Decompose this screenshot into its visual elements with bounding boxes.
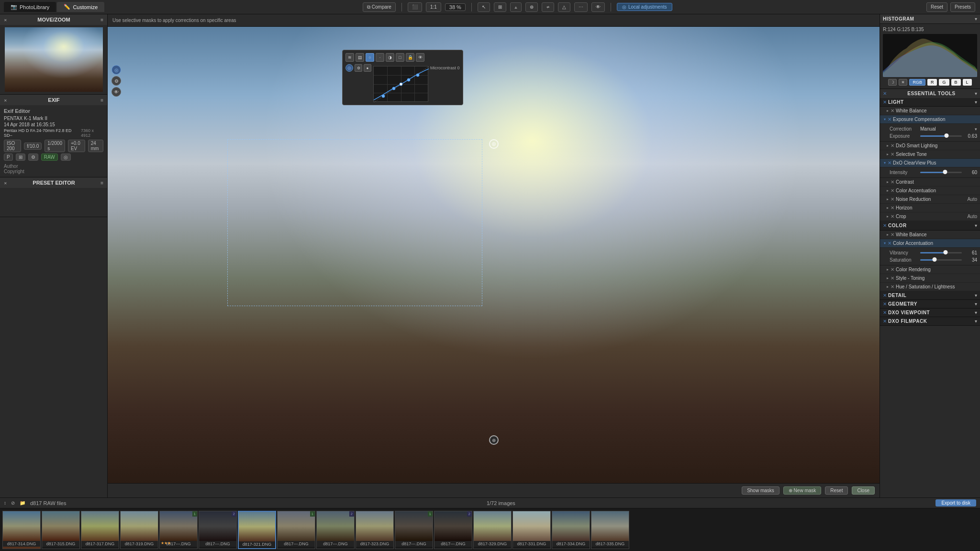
exposure-comp-header[interactable]: ▾ ✕ Exposure Compensation — [880, 115, 980, 124]
presets-button[interactable]: Presets — [950, 2, 975, 12]
perspective-tool[interactable]: ⟁ — [510, 2, 522, 12]
hist-l-btn[interactable]: L — [963, 79, 972, 86]
film-thumb-5[interactable]: d817---.DNG ★★★ 1 — [159, 511, 198, 549]
tool-hsl[interactable]: ✕ Hue / Saturation / Lightness — [880, 283, 980, 291]
hsl-check[interactable]: ✕ — [891, 284, 894, 289]
color-expand[interactable] — [975, 223, 977, 228]
st-check[interactable]: ✕ — [891, 152, 894, 157]
show-masks-button[interactable]: Show masks — [742, 486, 780, 495]
filter-icon[interactable]: ⊘ — [11, 500, 15, 506]
preset-editor-menu[interactable]: ≡ — [100, 180, 103, 186]
film-thumb-3[interactable]: d817-317.DNG — [81, 511, 119, 549]
tone-icon-half[interactable]: ◑ — [386, 53, 394, 62]
geo-expand[interactable] — [975, 301, 977, 307]
tone-icon-input[interactable]: ▤ — [356, 53, 364, 62]
wbc-check[interactable]: ✕ — [891, 232, 894, 237]
tone-icon-dot[interactable]: · — [376, 53, 384, 62]
dfp-x[interactable]: ✕ — [883, 319, 887, 324]
tool-crop[interactable]: ✕ Crop Auto — [880, 212, 980, 221]
sty-check[interactable]: ✕ — [891, 276, 894, 281]
film-thumb-9[interactable]: d817---.DNG 2 — [316, 511, 355, 549]
tone-ctrl-adj[interactable]: ⚙ — [355, 64, 362, 72]
eye-circle-btn[interactable]: 👁 — [111, 87, 121, 97]
tool-smart-lighting[interactable]: ✕ DxO Smart Lighting — [880, 142, 980, 150]
hist-g-btn[interactable]: G — [939, 79, 949, 86]
dvp-x[interactable]: ✕ — [883, 310, 887, 315]
cr-check[interactable]: ✕ — [891, 267, 894, 272]
tone-ctrl-eye[interactable]: ◎ — [345, 64, 353, 72]
film-thumb-6[interactable]: d817---.DNG 2 — [199, 511, 237, 549]
grad-tool[interactable]: △ — [558, 2, 570, 12]
essential-tools-header[interactable]: ✕ ESSENTIAL TOOLS — [880, 89, 980, 98]
film-thumb-10[interactable]: d817-323.DNG — [356, 511, 394, 549]
exif-header[interactable]: EXIF ≡ — [0, 95, 107, 105]
brush-tool[interactable]: ⋯ — [574, 2, 588, 12]
sort-icon[interactable]: ↕ — [4, 500, 6, 506]
sl-check[interactable]: ✕ — [891, 143, 894, 148]
correction-dropdown[interactable]: ▾ — [975, 127, 977, 132]
film-thumb-2[interactable]: d817-315.DNG — [42, 511, 80, 549]
tool-horizon[interactable]: ✕ Horizon — [880, 204, 980, 212]
cv-x[interactable]: ✕ — [888, 160, 891, 165]
tab-customize[interactable]: ✏️ Customize — [57, 2, 104, 12]
zoom-preset-button[interactable]: 1:1 — [426, 2, 441, 12]
crop-tool[interactable]: ⊞ — [494, 2, 506, 12]
film-thumb-14[interactable]: d817-331.DNG — [512, 511, 551, 549]
cursor-tool[interactable]: ↖ — [478, 2, 490, 12]
exp-x[interactable]: ✕ — [888, 117, 891, 122]
saturation-slider[interactable] — [920, 259, 962, 261]
film-thumb-11[interactable]: d817---.DNG 1 — [395, 511, 433, 549]
stamp-tool[interactable]: ⊛ — [525, 2, 538, 12]
dvp-expand[interactable] — [975, 310, 977, 315]
move-zoom-close[interactable] — [4, 17, 7, 22]
tool-color-accentuation-light[interactable]: ✕ Color Accentuation — [880, 187, 980, 195]
essential-tools-expand[interactable] — [975, 91, 977, 96]
settings-circle-btn[interactable]: ⚙ — [111, 76, 121, 86]
center-handle-top[interactable] — [489, 139, 499, 149]
hz-check[interactable]: ✕ — [891, 205, 894, 210]
move-zoom-menu[interactable]: ≡ — [100, 17, 103, 22]
film-thumb-8[interactable]: d817---.DNG 1 — [277, 511, 315, 549]
export-to-disk-button[interactable]: Export to disk — [935, 499, 976, 507]
color-section-header[interactable]: ✕ COLOR — [880, 221, 980, 231]
dfp-expand[interactable] — [975, 319, 977, 324]
center-handle-bottom[interactable]: ⊕ — [489, 435, 499, 445]
film-thumb-16[interactable]: d817-335.DNG — [591, 511, 629, 549]
local-adjustments-button[interactable]: ◎ Local adjustments — [617, 3, 672, 11]
crop-check[interactable]: ✕ — [891, 214, 894, 219]
essential-tools-x[interactable]: ✕ — [883, 91, 887, 96]
exposure-slider[interactable] — [920, 135, 962, 137]
move-zoom-header[interactable]: MOVE/ZOOM ≡ — [0, 14, 107, 25]
geo-x[interactable]: ✕ — [883, 301, 887, 307]
mask-reset-button[interactable]: Reset — [825, 486, 848, 495]
hist-rgb-btn[interactable]: RGB — [909, 79, 925, 86]
intensity-slider[interactable] — [920, 172, 962, 173]
heal-tool[interactable]: ≁ — [542, 2, 554, 12]
tone-icon-curve[interactable]: ≋ — [345, 53, 354, 62]
nr-check[interactable]: ✕ — [891, 197, 894, 202]
tone-icon-lock[interactable]: 🔒 — [406, 53, 414, 62]
tab-photolibrary[interactable]: 📷 PhotoLibrary — [4, 2, 56, 12]
tone-icon-active[interactable]: ○ — [366, 53, 374, 62]
cac-x[interactable]: ✕ — [888, 241, 891, 246]
tool-contrast[interactable]: ✕ Contrast — [880, 178, 980, 187]
histogram-expand[interactable] — [975, 16, 977, 22]
tool-row-white-balance[interactable]: ✕ White Balance — [880, 107, 980, 115]
adj-circle-btn[interactable]: ◎ — [111, 65, 121, 75]
tool-white-balance-color[interactable]: ✕ White Balance — [880, 231, 980, 239]
eye-tool[interactable]: 👁 — [591, 2, 605, 12]
exif-menu[interactable]: ≡ — [100, 98, 103, 103]
hist-r-btn[interactable]: R — [927, 79, 937, 86]
mask-close-button[interactable]: Close — [852, 486, 875, 495]
reset-button[interactable]: Reset — [926, 2, 947, 12]
detail-expand[interactable] — [975, 293, 977, 298]
film-thumb-1[interactable]: d817-314.DNG — [2, 511, 41, 549]
view-mode-button[interactable]: ⬛ — [408, 2, 422, 12]
exif-close[interactable] — [4, 98, 7, 103]
hist-moon-btn[interactable]: ☽ — [888, 79, 897, 86]
ca-check[interactable]: ✕ — [891, 188, 894, 193]
clearview-header[interactable]: ▾ ✕ DxO ClearView Plus — [880, 159, 980, 167]
tone-curve-canvas[interactable] — [373, 66, 428, 102]
hist-sun-btn[interactable]: ☀ — [899, 79, 907, 86]
film-thumb-7[interactable]: d817-321.DNG — [238, 511, 276, 549]
